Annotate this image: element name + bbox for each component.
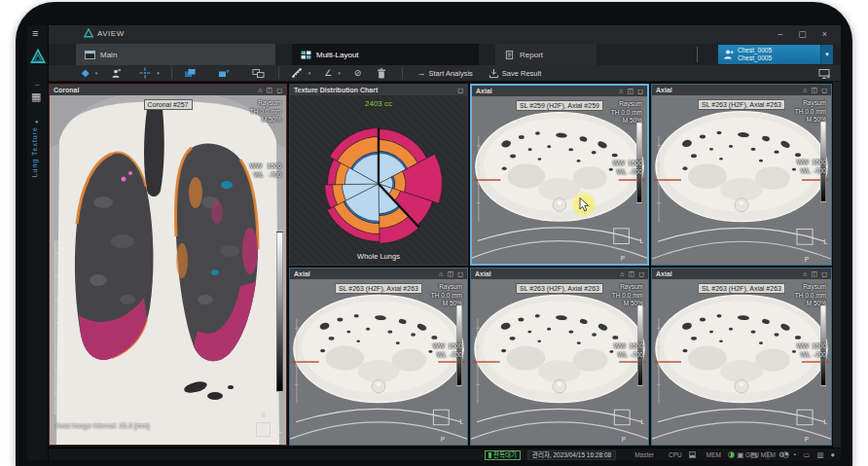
texture-distribution-pie[interactable] — [290, 95, 467, 265]
maximize-icon[interactable]: ◻ — [821, 87, 827, 93]
slice-label: SL #263 (H2F), Axial #263 — [335, 283, 422, 294]
home-icon[interactable]: ⌂ — [619, 88, 623, 94]
layers-icon — [184, 68, 197, 79]
angle-tool-dropdown[interactable]: ▾ — [338, 67, 341, 80]
aview-logo-icon — [84, 28, 93, 38]
crosshair-icon — [139, 67, 151, 79]
display-settings-button[interactable] — [818, 67, 831, 80]
axial-image-area[interactable]: SL #263 (H2F), Axial #263 RaysumTH 0.0 m… — [652, 95, 831, 265]
video-icon[interactable]: ▣ — [737, 450, 743, 459]
orientation-posterior-label: P — [621, 255, 625, 262]
clone-icon[interactable]: ◫ — [267, 87, 273, 93]
series-link-button[interactable] — [218, 67, 231, 80]
axial-panel-header[interactable]: Axial ⌂ ◫ ◻ — [472, 86, 647, 96]
info-icon[interactable]: ⓘ — [765, 449, 773, 460]
slice-label: SL #259 (H2F), Axial #259 — [516, 100, 603, 111]
user-icon[interactable]: ● — [830, 450, 835, 459]
axial-image-area[interactable]: SL #259 (H2F), Axial #259 RaysumTH 0.0 m… — [472, 96, 647, 264]
toolbar-separator — [402, 67, 403, 79]
home-icon[interactable]: ⌂ — [258, 87, 262, 93]
clock-icon[interactable]: ◔ — [792, 450, 797, 459]
axial-panel-header[interactable]: Axial ⌂ ◫ ◻ — [652, 85, 831, 95]
orientation-posterior-label: P — [441, 436, 445, 443]
compare-views-button[interactable] — [252, 67, 265, 80]
navigate-tool-dropdown[interactable]: ▾ — [95, 67, 98, 80]
maximize-icon[interactable]: ◻ — [457, 270, 463, 277]
chart-area[interactable]: 2403 cc Whole Lungs — [290, 95, 467, 265]
texture-chart-panel[interactable]: Texture Distribution Chart ◻ 2403 cc Who… — [289, 84, 468, 266]
close-button[interactable]: × — [822, 26, 827, 42]
collapse-icon[interactable]: – — [35, 80, 39, 89]
clone-icon[interactable]: ◫ — [812, 87, 818, 93]
axial-image-area[interactable]: SL #263 (H2F), Axial #263 RaysumTH 0.0 m… — [471, 279, 648, 445]
orientation-left-label: L — [639, 237, 643, 244]
save-result-button[interactable]: Save Result — [488, 67, 541, 80]
ruler-tool-dropdown[interactable]: ▾ — [308, 67, 311, 80]
report-icon[interactable]: ▥ — [816, 450, 823, 459]
axial-panel[interactable]: Axial ⌂ ◫ ◻ SL #263 ( — [470, 268, 649, 446]
tab-main[interactable]: Main — [76, 44, 275, 65]
hamburger-menu-icon[interactable]: ≡ — [32, 27, 38, 39]
crosshair-tool-dropdown[interactable]: ▾ — [157, 67, 160, 80]
hide-annotations-button[interactable]: ⊘ — [354, 67, 362, 80]
coronal-panel[interactable]: Coronal ⌂ ◫ ◻ — [49, 84, 287, 446]
orientation-anterior-label: A — [256, 422, 271, 437]
maximize-button[interactable]: ▢ — [798, 26, 807, 42]
tab-multi-layout[interactable]: Multi-Layout — [292, 44, 479, 65]
status-indicator-icon — [488, 452, 491, 458]
axial-image-area[interactable]: SL #263 (H2F), Axial #263 RaysumTH 0.0 m… — [652, 279, 831, 445]
axial-image-area[interactable]: SL #263 (H2F), Axial #263 RaysumTH 0.0 m… — [290, 279, 467, 445]
coronal-panel-header[interactable]: Coronal ⌂ ◫ ◻ — [50, 85, 286, 95]
document-icon[interactable]: ▤ — [750, 450, 757, 459]
layout-grid-icon[interactable]: ▦ — [31, 91, 41, 102]
clone-icon[interactable]: ◫ — [628, 88, 634, 94]
navigate-tool-button[interactable]: ◆ — [82, 67, 90, 80]
orientation-posterior-label: P — [622, 436, 626, 443]
orientation-left-label: L — [459, 418, 463, 425]
maximize-icon[interactable]: ◻ — [276, 87, 282, 93]
maximize-icon[interactable]: ◻ — [638, 270, 644, 277]
clone-icon[interactable]: ◫ — [629, 270, 635, 277]
minimize-button[interactable]: – — [778, 26, 782, 42]
axial-window-level: WW 1500WL -700 — [614, 326, 643, 376]
axial-panel[interactable]: Axial ⌂ ◫ ◻ SL #263 ( — [651, 84, 832, 266]
angle-tool-button[interactable]: ∠ — [324, 67, 332, 80]
axial-panel[interactable]: Axial ⌂ ◫ ◻ SL #263 ( — [651, 268, 832, 446]
patient-selector[interactable]: Chest_0005 Chest_0005 ▼ — [718, 45, 833, 64]
home-icon[interactable]: ⌂ — [803, 87, 807, 93]
cpu-meter-icon — [689, 451, 696, 458]
clone-icon[interactable]: ◫ — [448, 270, 454, 277]
tab-report[interactable]: Report — [495, 44, 597, 65]
axial-panel-header[interactable]: Axial ⌂ ◫ ◻ — [290, 269, 467, 279]
home-icon[interactable]: ⌂ — [620, 270, 624, 277]
statusbar-icons: ▣▤ⓘ⚙◔▭▥● — [737, 448, 835, 460]
clone-icon[interactable]: ◫ — [812, 270, 818, 277]
home-icon[interactable]: ⌂ — [803, 270, 807, 277]
axial-panel-header[interactable]: Axial ⌂ ◫ ◻ — [652, 269, 831, 279]
axial-panel-header[interactable]: Axial ⌂ ◫ ◻ — [471, 269, 648, 279]
maximize-icon[interactable]: ◻ — [821, 270, 827, 277]
maximize-icon[interactable]: ◻ — [637, 88, 643, 94]
crosshair-tool-button[interactable] — [139, 67, 151, 80]
ruler-tool-button[interactable] — [291, 67, 303, 80]
maximize-icon[interactable]: ◻ — [457, 87, 463, 93]
home-icon[interactable]: ⌂ — [439, 270, 443, 277]
patient-dropdown-arrow[interactable]: ▼ — [820, 45, 833, 64]
delete-measurements-button[interactable] — [377, 67, 386, 80]
panel-title: Axial — [656, 270, 672, 277]
dual-monitor-icon — [252, 68, 265, 79]
axial-panel[interactable]: Axial ⌂ ◫ ◻ SL #263 ( — [289, 268, 468, 446]
app-window: AVIEW – ▢ × Main Multi-Layout — [27, 25, 841, 460]
report-tab-icon — [504, 51, 515, 59]
settings-icon[interactable]: ⚙ — [778, 450, 785, 459]
patient-info-overlay-button[interactable] — [111, 67, 122, 80]
coronal-image-area[interactable]: Coronal #257 RaysumTH 0.0 mmM 50% WW 150… — [50, 95, 286, 445]
left-sidebar: ≡ – ▦ ● Lung Texture — [27, 25, 49, 460]
sidebar-item-lung-texture[interactable]: Lung Texture — [31, 126, 38, 177]
orientation-left-label: L — [823, 238, 827, 245]
monitor-icon[interactable]: ▭ — [803, 450, 810, 459]
axial-panel[interactable]: Axial ⌂ ◫ ◻ SL #259 ( — [470, 84, 649, 266]
chart-panel-header[interactable]: Texture Distribution Chart ◻ — [290, 85, 467, 95]
layout-sync-button[interactable] — [184, 67, 197, 80]
start-analysis-button[interactable]: → Start Analysis — [416, 67, 472, 80]
